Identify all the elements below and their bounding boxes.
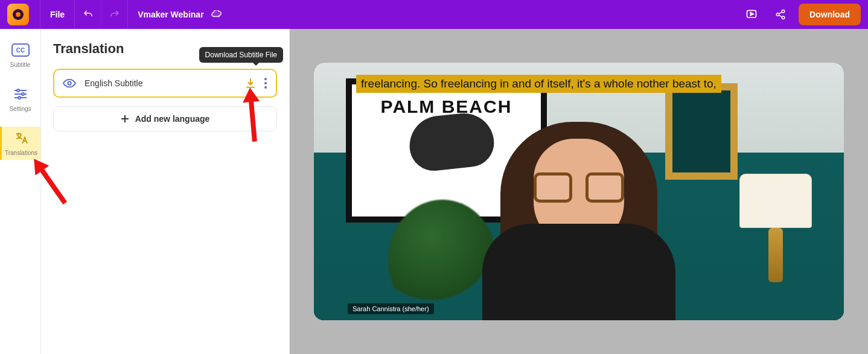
rail-label-subtitle: Subtitle [10,62,30,68]
more-options-button[interactable] [264,77,267,89]
topbar: File Vmaker Webinar Download [0,0,868,29]
sliders-icon [11,86,30,102]
video-frame[interactable]: PALM BEACH FLORIDA freelancing. So free [314,63,844,320]
svg-point-2 [776,13,779,16]
play-icon [745,8,758,21]
video-scene: PALM BEACH FLORIDA [314,63,844,320]
preview-play-button[interactable] [741,4,762,25]
plus-icon [121,115,129,123]
svg-text:CC: CC [16,47,24,54]
translation-panel: Translation Download Subtitle File Engli… [41,29,290,354]
left-rail: CC Subtitle Settings Translations [0,29,41,354]
svg-point-1 [782,10,785,13]
rail-label-translations: Translations [5,150,37,156]
row-actions [244,77,267,89]
scene-lamp [739,174,812,294]
subtitle-label: English Subtitle [85,78,236,88]
redo-icon [109,9,120,20]
app-logo[interactable] [7,4,29,25]
share-icon [775,9,786,20]
svg-point-13 [264,78,267,80]
cc-icon: CC [11,42,30,58]
download-button[interactable]: Download [799,4,861,25]
topbar-right: Download [741,4,861,25]
topbar-left: File Vmaker Webinar [7,0,232,29]
translate-icon [11,130,31,146]
main-area: CC Subtitle Settings Translations Transl… [0,29,868,354]
speaker-name-badge: Sarah Cannistra (she/her) [348,303,434,314]
visibility-icon[interactable] [63,78,76,88]
svg-point-12 [68,81,71,85]
svg-point-7 [17,89,19,92]
rail-item-subtitle[interactable]: CC Subtitle [0,39,40,72]
download-subtitle-button[interactable] [244,77,257,89]
scene-person [470,109,688,320]
redo-button[interactable] [101,0,127,29]
add-language-button[interactable]: Add new language [53,106,277,131]
rail-item-settings[interactable]: Settings [0,83,40,116]
svg-point-14 [264,82,267,84]
cloud-sync-icon [210,10,222,19]
rail-label-settings: Settings [9,106,31,112]
file-menu[interactable]: File [40,0,74,29]
svg-point-3 [782,16,785,19]
subtitle-row-english[interactable]: Download Subtitle File English Subtitle [53,69,277,98]
svg-point-9 [22,93,24,95]
undo-icon [83,9,94,20]
undo-button[interactable] [74,0,101,29]
svg-point-15 [264,86,267,89]
svg-point-11 [18,96,21,99]
download-tooltip: Download Subtitle File [199,47,283,63]
rail-item-translations[interactable]: Translations [0,127,40,160]
share-button[interactable] [770,4,791,25]
project-title-wrap: Vmaker Webinar [127,0,231,29]
add-language-label: Add new language [135,114,210,124]
project-title[interactable]: Vmaker Webinar [138,10,203,19]
caption-strip: freelancing. So freelancing in and of it… [356,75,721,93]
preview-area: PALM BEACH FLORIDA freelancing. So free [290,29,868,354]
